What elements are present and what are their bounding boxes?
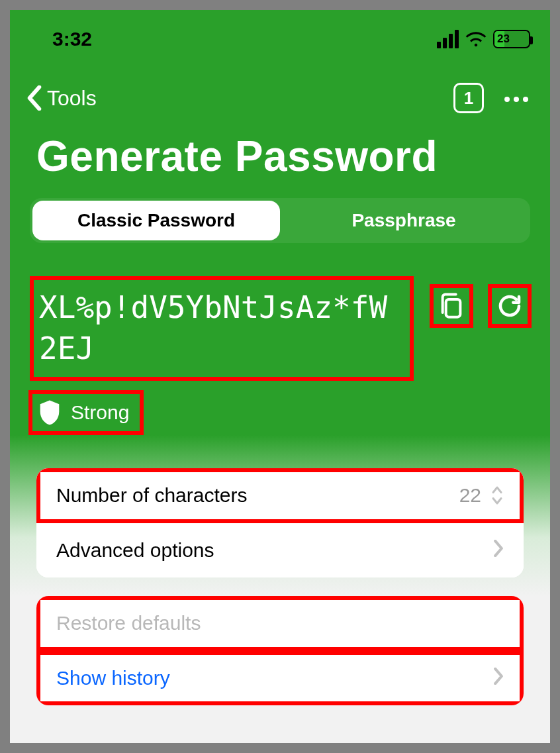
tab-count-button[interactable]: 1 — [453, 83, 484, 113]
show-history-row[interactable]: Show history — [36, 651, 524, 705]
regenerate-button[interactable] — [488, 284, 532, 328]
more-icon — [504, 97, 510, 102]
restore-defaults-label: Restore defaults — [56, 612, 201, 634]
shield-icon — [38, 399, 62, 426]
status-bar: 3:32 23 — [10, 10, 550, 56]
show-history-label: Show history — [56, 667, 170, 689]
strength-badge: Strong — [28, 390, 144, 435]
copy-button[interactable] — [430, 284, 473, 328]
password-row: XL%p!dV5YbNtJsAz*fW2EJ — [10, 243, 550, 381]
refresh-icon — [496, 292, 524, 320]
generated-password[interactable]: XL%p!dV5YbNtJsAz*fW2EJ — [30, 276, 414, 381]
stepper-icon — [490, 485, 504, 505]
nav-bar: Tools 1 — [10, 56, 550, 113]
back-label: Tools — [47, 86, 97, 111]
password-type-segmented: Classic Password Passphrase — [30, 198, 530, 243]
tab-classic-password[interactable]: Classic Password — [32, 201, 280, 240]
chevron-left-icon — [24, 85, 44, 111]
page-title: Generate Password — [10, 113, 550, 181]
copy-icon — [438, 291, 465, 321]
cellular-signal-icon — [437, 30, 459, 48]
advanced-options-row[interactable]: Advanced options — [36, 523, 524, 577]
status-indicators: 23 — [437, 30, 530, 48]
tab-passphrase[interactable]: Passphrase — [280, 201, 528, 240]
password-actions — [430, 276, 532, 328]
advanced-options-label: Advanced options — [56, 539, 214, 562]
chevron-right-icon — [493, 539, 504, 562]
actions-group: Restore defaults Show history — [36, 596, 524, 705]
app-screen: 3:32 23 Tools 1 — [10, 10, 550, 743]
restore-defaults-row[interactable]: Restore defaults — [36, 596, 524, 651]
strength-label: Strong — [71, 401, 129, 424]
strength-wrap: Strong — [28, 390, 550, 435]
number-of-characters-row[interactable]: Number of characters 22 — [36, 468, 524, 523]
status-time: 3:32 — [52, 28, 92, 50]
battery-percent: 23 — [497, 32, 510, 46]
num-chars-value: 22 — [459, 484, 481, 507]
chevron-right-icon — [493, 667, 504, 689]
wifi-icon — [465, 31, 487, 47]
battery-icon: 23 — [493, 30, 530, 48]
back-button[interactable]: Tools — [24, 85, 97, 111]
num-chars-label: Number of characters — [56, 484, 247, 507]
more-button[interactable] — [502, 84, 530, 112]
svg-rect-0 — [446, 299, 461, 317]
tab-count-value: 1 — [464, 88, 473, 109]
options-group: Number of characters 22 Advanced options — [36, 468, 524, 577]
